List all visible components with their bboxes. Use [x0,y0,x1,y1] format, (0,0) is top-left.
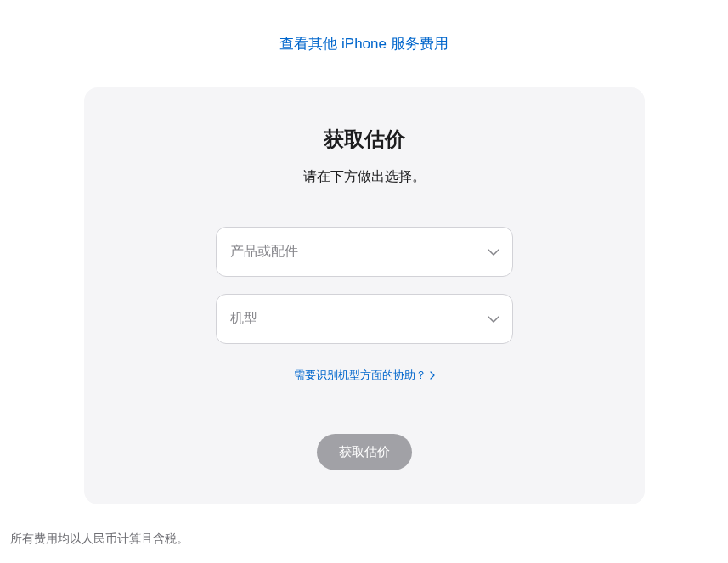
model-select[interactable]: 机型 [216,294,513,344]
card-subtitle: 请在下方做出选择。 [118,168,611,186]
other-services-link[interactable]: 查看其他 iPhone 服务费用 [8,34,720,53]
model-select-wrapper: 机型 [216,294,513,344]
get-estimate-button[interactable]: 获取估价 [317,434,412,470]
product-select[interactable]: 产品或配件 [216,227,513,277]
card-title: 获取估价 [118,126,611,153]
help-link-text: 需要识别机型方面的协助？ [294,368,426,383]
identify-model-help-link[interactable]: 需要识别机型方面的协助？ [294,368,435,383]
estimate-card: 获取估价 请在下方做出选择。 产品或配件 机型 需要识别机型方面的协助？ 获取估… [84,87,645,504]
product-select-wrapper: 产品或配件 [216,227,513,277]
chevron-right-icon [430,371,435,380]
footer-note-1: 所有费用均以人民币计算且含税。 [8,526,720,552]
